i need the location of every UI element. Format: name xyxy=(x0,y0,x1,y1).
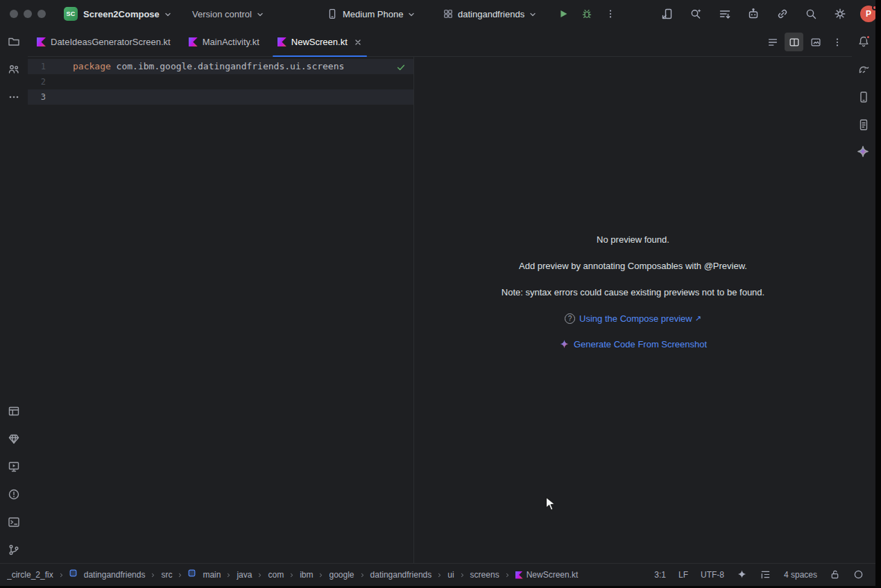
generate-code-from-screenshot-link[interactable]: Generate Code From Screenshot xyxy=(559,339,707,349)
compose-preview-panel: No preview found. Add preview by annotat… xyxy=(414,57,852,563)
version-control-label: Version control xyxy=(192,9,252,19)
notifications-bell-icon[interactable] xyxy=(857,35,871,49)
project-folder-icon[interactable] xyxy=(7,35,21,49)
window-minimize-button[interactable] xyxy=(24,10,32,18)
breadcrumb-label: datingandfriends xyxy=(370,570,432,580)
device-streaming-icon[interactable] xyxy=(659,6,676,22)
code-text xyxy=(46,89,73,105)
code-line: 1 package com.ibm.google.datingandfriend… xyxy=(28,59,413,74)
collaborators-icon[interactable] xyxy=(7,62,21,76)
kotlin-file-icon xyxy=(189,37,198,46)
debug-button[interactable] xyxy=(579,6,595,22)
terminal-icon[interactable] xyxy=(7,515,21,529)
tab-mainactivity[interactable]: MainActivity.kt xyxy=(180,28,268,56)
caret-position-widget[interactable]: 3:1 xyxy=(654,570,666,580)
device-manager-icon[interactable] xyxy=(857,90,871,104)
breadcrumb-label: _circle_2_fix xyxy=(7,570,53,580)
problems-icon[interactable] xyxy=(7,487,21,501)
more-tool-windows-icon[interactable] xyxy=(7,90,21,104)
code-text: package com.ibm.google.datingandfriends.… xyxy=(46,59,344,74)
ai-sparkle-icon[interactable] xyxy=(737,569,748,580)
tab-label: DateIdeasGeneratorScreen.kt xyxy=(51,37,171,47)
chevron-right-icon xyxy=(359,572,366,578)
line-number[interactable]: 3 xyxy=(28,89,46,105)
project-selector[interactable]: Screen2Compose xyxy=(83,0,172,28)
search-icon[interactable] xyxy=(803,6,819,22)
breadcrumb-item[interactable]: java xyxy=(237,570,252,580)
run-button[interactable] xyxy=(555,6,572,22)
profile-avatar[interactable]: P xyxy=(860,6,877,22)
chevron-right-icon xyxy=(58,572,65,578)
gradle-icon[interactable] xyxy=(857,62,871,76)
assistant-bot-icon[interactable] xyxy=(745,6,762,22)
breadcrumb-item[interactable]: src xyxy=(161,570,172,580)
left-tool-stripe xyxy=(0,28,28,563)
breadcrumb-item[interactable]: _circle_2_fix xyxy=(7,570,53,580)
running-devices-icon[interactable] xyxy=(7,460,21,474)
breadcrumb-item[interactable]: google xyxy=(329,570,354,580)
breadcrumb-item[interactable]: datingandfriends xyxy=(69,569,146,580)
tab-dateideasgeneratorscreen[interactable]: DateIdeasGeneratorScreen.kt xyxy=(28,28,180,56)
chevron-down-icon xyxy=(256,10,264,19)
breadcrumb-item[interactable]: ui xyxy=(447,570,454,580)
inspection-ok-icon[interactable] xyxy=(395,62,407,73)
breadcrumb-item[interactable]: ibm xyxy=(300,570,313,580)
chevron-right-icon xyxy=(225,572,232,578)
device-selector[interactable]: Medium Phone xyxy=(326,0,416,28)
tab-newscreen[interactable]: NewScreen.kt xyxy=(268,28,371,56)
build-menu-icon[interactable] xyxy=(717,6,733,22)
tab-options-icon[interactable] xyxy=(828,33,846,51)
design-view-icon[interactable] xyxy=(806,33,825,51)
breadcrumb-item[interactable]: screens xyxy=(470,570,499,580)
status-bar: _circle_2_fix datingandfriends src main … xyxy=(0,563,875,586)
version-control-branch-icon[interactable] xyxy=(7,543,21,557)
breadcrumb-item[interactable]: com xyxy=(268,570,284,580)
breadcrumb-item-file[interactable]: NewScreen.kt xyxy=(515,570,579,580)
chevron-right-icon xyxy=(177,572,183,578)
breadcrumb-label: google xyxy=(329,570,354,580)
indent-icon[interactable] xyxy=(760,569,771,580)
unlock-icon[interactable] xyxy=(830,569,841,580)
breadcrumb-item[interactable]: main xyxy=(188,569,221,580)
layout-inspector-icon[interactable] xyxy=(7,404,21,418)
chevron-right-icon xyxy=(504,572,511,578)
breadcrumb: _circle_2_fix datingandfriends src main … xyxy=(7,569,654,580)
help-icon: ? xyxy=(565,313,575,324)
window-zoom-button[interactable] xyxy=(37,10,46,18)
code-view-icon[interactable] xyxy=(763,33,782,51)
more-actions-icon[interactable] xyxy=(602,6,619,22)
ai-search-icon[interactable] xyxy=(687,6,704,22)
line-number[interactable]: 2 xyxy=(28,74,46,89)
encoding-widget[interactable]: UTF-8 xyxy=(701,570,724,580)
breadcrumb-label: screens xyxy=(470,570,499,580)
device-explorer-icon[interactable] xyxy=(857,118,871,132)
tab-label: MainActivity.kt xyxy=(203,37,259,47)
resource-manager-icon[interactable] xyxy=(7,432,21,446)
titlebar: SC Screen2Compose Version control Medium… xyxy=(0,0,875,28)
link-plugin-icon[interactable] xyxy=(774,6,791,22)
close-tab-icon[interactable] xyxy=(354,38,362,46)
breadcrumb-label: NewScreen.kt xyxy=(527,570,579,580)
settings-gear-icon[interactable] xyxy=(832,6,848,22)
code-line: 2 xyxy=(28,74,413,89)
code-editor[interactable]: 1 package com.ibm.google.datingandfriend… xyxy=(28,57,413,563)
compose-preview-help-link[interactable]: ? Using the Compose preview ↗ xyxy=(565,313,701,324)
line-separator-widget[interactable]: LF xyxy=(678,570,688,580)
split-view-icon[interactable] xyxy=(785,33,803,51)
gemini-assistant-icon[interactable] xyxy=(857,146,871,159)
preview-message-no-preview: No preview found. xyxy=(597,234,669,245)
chevron-right-icon xyxy=(289,572,295,578)
chevron-right-icon xyxy=(257,572,263,578)
version-control-selector[interactable]: Version control xyxy=(192,0,264,28)
window-close-button[interactable] xyxy=(10,10,18,18)
kotlin-file-icon xyxy=(37,37,46,46)
kotlin-file-icon xyxy=(515,571,523,579)
run-configuration-selector[interactable]: datingandfriends xyxy=(443,0,537,28)
project-icon: SC xyxy=(64,7,78,21)
inspections-widget-icon[interactable] xyxy=(853,569,864,580)
breadcrumb-label: ui xyxy=(447,570,454,580)
indent-widget[interactable]: 4 spaces xyxy=(784,570,817,580)
line-number[interactable]: 1 xyxy=(28,59,46,74)
titlebar-right-actions: P xyxy=(659,6,877,22)
breadcrumb-item[interactable]: datingandfriends xyxy=(370,570,432,580)
